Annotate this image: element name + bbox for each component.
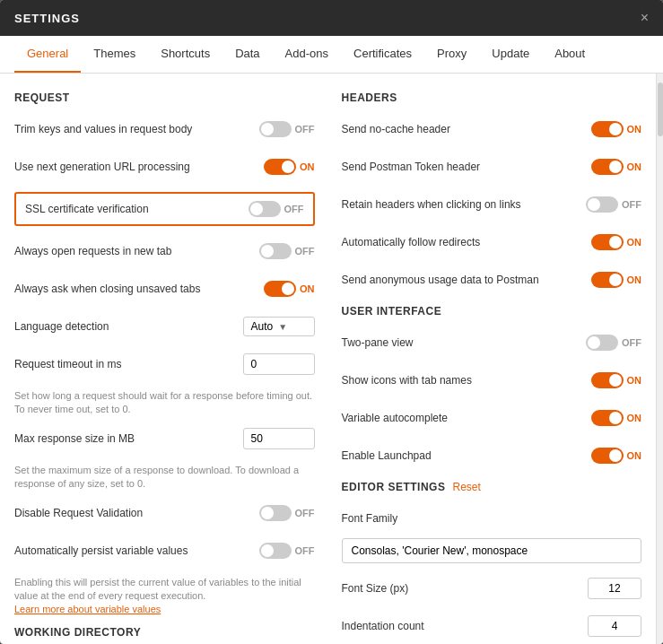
open-new-tab-toggle[interactable]: OFF bbox=[259, 243, 315, 259]
two-pane-row: Two-pane view OFF bbox=[342, 330, 642, 355]
disable-validation-row: Disable Request Validation OFF bbox=[14, 500, 315, 526]
retain-headers-toggle[interactable]: OFF bbox=[586, 196, 641, 213]
ask-closing-switch[interactable] bbox=[264, 281, 296, 297]
persist-vars-toggle[interactable]: OFF bbox=[259, 543, 315, 559]
font-size-input[interactable] bbox=[588, 578, 641, 599]
nextgen-url-switch[interactable] bbox=[264, 159, 296, 175]
trim-keys-switch[interactable] bbox=[259, 121, 292, 137]
main-content: REQUEST Trim keys and values in request … bbox=[0, 74, 656, 644]
tab-data[interactable]: Data bbox=[222, 36, 272, 73]
persist-vars-row: Automatically persist variable values OF… bbox=[14, 538, 315, 563]
two-pane-switch[interactable] bbox=[586, 335, 618, 351]
ssl-switch[interactable] bbox=[249, 201, 281, 217]
retain-headers-row: Retain headers when clicking on links OF… bbox=[342, 192, 642, 217]
tab-addons[interactable]: Add-ons bbox=[273, 36, 341, 73]
follow-redirects-toggle[interactable]: ON bbox=[591, 234, 642, 250]
anonymous-usage-row: Send anonymous usage data to Postman ON bbox=[342, 267, 642, 292]
max-response-input[interactable] bbox=[243, 428, 315, 449]
show-icons-state: ON bbox=[627, 375, 642, 386]
postman-token-row: Send Postman Token header ON bbox=[342, 154, 642, 179]
ssl-toggle[interactable]: OFF bbox=[249, 201, 304, 217]
anonymous-usage-label: Send anonymous usage data to Postman bbox=[342, 274, 591, 286]
tab-about[interactable]: About bbox=[542, 36, 598, 73]
show-icons-row: Show icons with tab names ON bbox=[342, 368, 642, 393]
reset-link[interactable]: Reset bbox=[452, 481, 480, 493]
anonymous-usage-state: ON bbox=[627, 274, 642, 285]
show-icons-switch[interactable] bbox=[591, 372, 624, 388]
retain-headers-switch[interactable] bbox=[586, 196, 618, 213]
timeout-input[interactable] bbox=[243, 353, 315, 375]
postman-token-state: ON bbox=[627, 161, 642, 172]
postman-token-switch[interactable] bbox=[591, 159, 624, 175]
postman-token-toggle[interactable]: ON bbox=[591, 159, 642, 175]
max-response-label: Max response size in MB bbox=[14, 432, 243, 445]
font-size-label: Font Size (px) bbox=[342, 582, 589, 595]
follow-redirects-switch[interactable] bbox=[591, 234, 624, 250]
follow-redirects-state: ON bbox=[627, 237, 642, 248]
nextgen-url-row: Use next generation URL processing ON bbox=[14, 154, 315, 179]
two-pane-label: Two-pane view bbox=[342, 336, 587, 349]
timeout-row: Request timeout in ms bbox=[14, 352, 315, 377]
tab-general[interactable]: General bbox=[14, 36, 81, 73]
anonymous-usage-switch[interactable] bbox=[591, 272, 624, 288]
modal-header: SETTINGS × bbox=[0, 0, 663, 36]
editor-section-header: EDITOR SETTINGS Reset bbox=[342, 481, 642, 493]
tab-proxy[interactable]: Proxy bbox=[424, 36, 479, 73]
ssl-state: OFF bbox=[284, 204, 304, 214]
disable-validation-state: OFF bbox=[295, 508, 315, 518]
settings-modal: SETTINGS × General Themes Shortcuts Data… bbox=[0, 0, 663, 644]
modal-title: SETTINGS bbox=[14, 12, 80, 25]
autocomplete-switch[interactable] bbox=[591, 410, 624, 426]
no-cache-toggle[interactable]: ON bbox=[591, 121, 642, 137]
launchpad-row: Enable Launchpad ON bbox=[342, 443, 642, 468]
editor-section-title: EDITOR SETTINGS bbox=[342, 481, 446, 493]
two-pane-toggle[interactable]: OFF bbox=[586, 335, 641, 351]
font-family-input[interactable] bbox=[342, 538, 642, 563]
no-cache-switch[interactable] bbox=[591, 121, 624, 137]
close-button[interactable]: × bbox=[641, 11, 649, 25]
tab-certificates[interactable]: Certificates bbox=[341, 36, 424, 73]
language-select[interactable]: Auto ▼ bbox=[243, 317, 315, 336]
postman-token-label: Send Postman Token header bbox=[342, 161, 591, 173]
no-cache-label: Send no-cache header bbox=[342, 123, 591, 135]
max-response-desc: Set the maximum size of a response to do… bbox=[14, 464, 315, 492]
indent-count-input[interactable] bbox=[588, 615, 641, 637]
tab-themes[interactable]: Themes bbox=[81, 36, 148, 73]
disable-validation-toggle[interactable]: OFF bbox=[259, 505, 315, 521]
learn-more-link[interactable]: Learn more about variable values bbox=[14, 604, 161, 614]
timeout-label: Request timeout in ms bbox=[14, 358, 243, 370]
working-dir-title: WORKING DIRECTORY bbox=[14, 626, 315, 639]
launchpad-toggle[interactable]: ON bbox=[591, 448, 642, 464]
ssl-label: SSL certificate verification bbox=[25, 203, 249, 215]
disable-validation-label: Disable Request Validation bbox=[14, 507, 259, 519]
autocomplete-toggle[interactable]: ON bbox=[591, 410, 642, 426]
max-response-row: Max response size in MB bbox=[14, 426, 315, 451]
show-icons-toggle[interactable]: ON bbox=[591, 372, 642, 388]
launchpad-state: ON bbox=[627, 450, 642, 461]
content-area: REQUEST Trim keys and values in request … bbox=[0, 74, 663, 644]
font-family-label: Font Family bbox=[342, 512, 642, 525]
anonymous-usage-toggle[interactable]: ON bbox=[591, 272, 642, 288]
persist-vars-switch[interactable] bbox=[259, 543, 292, 559]
ask-closing-state: ON bbox=[300, 283, 315, 294]
open-new-tab-switch[interactable] bbox=[259, 243, 292, 259]
scrollbar[interactable] bbox=[656, 74, 663, 644]
trim-keys-toggle[interactable]: OFF bbox=[259, 121, 315, 137]
open-new-tab-state: OFF bbox=[295, 246, 315, 257]
launchpad-switch[interactable] bbox=[591, 448, 624, 464]
tab-shortcuts[interactable]: Shortcuts bbox=[148, 36, 222, 73]
no-cache-row: Send no-cache header ON bbox=[342, 117, 642, 142]
persist-vars-desc: Enabling this will persist the current v… bbox=[14, 576, 315, 617]
headers-section-title: HEADERS bbox=[342, 91, 642, 104]
left-column: REQUEST Trim keys and values in request … bbox=[14, 91, 315, 626]
ask-closing-label: Always ask when closing unsaved tabs bbox=[14, 283, 264, 295]
indent-count-label: Indentation count bbox=[342, 620, 589, 632]
follow-redirects-row: Automatically follow redirects ON bbox=[342, 230, 642, 255]
nextgen-url-toggle[interactable]: ON bbox=[264, 159, 315, 175]
tab-update[interactable]: Update bbox=[479, 36, 542, 73]
disable-validation-switch[interactable] bbox=[259, 505, 292, 521]
scrollbar-thumb[interactable] bbox=[658, 83, 663, 136]
indent-count-row: Indentation count bbox=[342, 614, 642, 639]
launchpad-label: Enable Launchpad bbox=[342, 449, 591, 462]
ask-closing-toggle[interactable]: ON bbox=[264, 281, 315, 297]
